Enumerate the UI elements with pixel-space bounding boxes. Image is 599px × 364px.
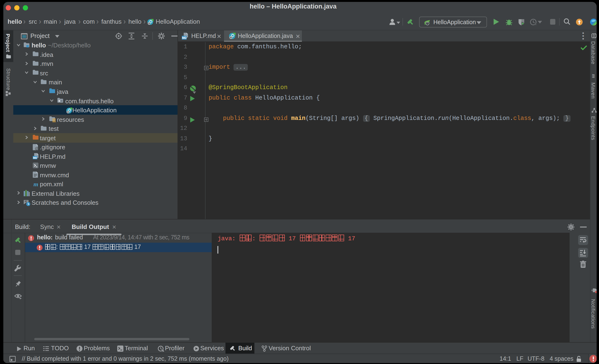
svg-text:MD: MD	[33, 156, 37, 159]
svg-text:m: m	[33, 181, 38, 187]
svg-text:MD: MD	[182, 36, 186, 39]
svg-text:m: m	[591, 74, 596, 78]
